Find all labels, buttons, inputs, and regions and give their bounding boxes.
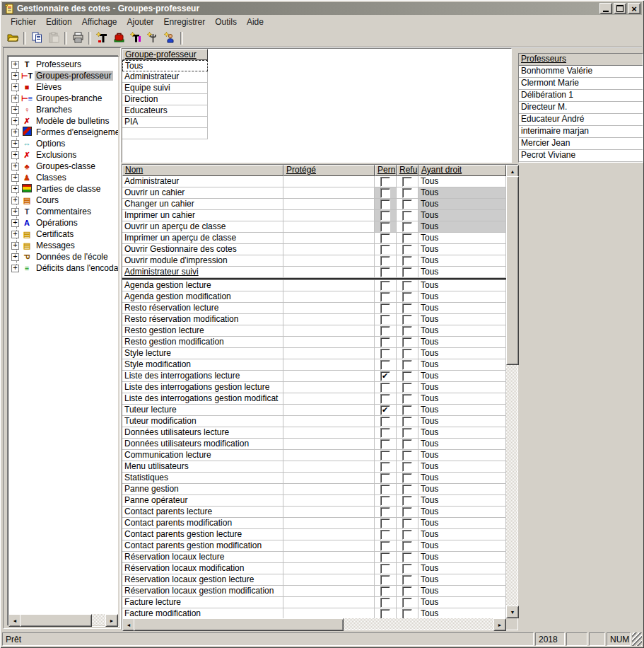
refu-checkbox[interactable] [402,439,412,449]
perm-checkbox[interactable] [380,507,390,517]
table-row[interactable]: Agenda gestion lectureTous [122,280,506,291]
refu-checkbox[interactable] [402,507,412,517]
perm-checkbox[interactable] [380,552,390,562]
column-header-pern[interactable]: Pern [375,165,397,176]
tree-item-messages[interactable]: ▤Messages [8,240,118,251]
tree-item-options[interactable]: ⇔Options [8,138,118,149]
table-row[interactable]: Liste des interrogations lectureTous [122,371,506,382]
resize-grip-icon[interactable] [632,632,642,646]
tree-item-branches[interactable]: ♀Branches [8,104,118,115]
professor-row[interactable]: interimaire marjan [519,126,643,138]
refu-checkbox[interactable] [402,485,412,494]
perm-checkbox[interactable] [380,586,390,596]
group-row-tous[interactable]: Tous [122,60,208,71]
minimize-button[interactable] [599,3,612,14]
scroll-right-icon[interactable] [105,614,118,627]
perm-checkbox[interactable] [380,428,390,438]
table-vscroll-thumb[interactable] [506,176,519,365]
perm-checkbox[interactable] [380,451,390,461]
professor-row[interactable]: Directeur M. [519,102,643,114]
table-row[interactable]: Imprimer un aperçu de classeTous [122,233,506,244]
new-student-button[interactable] [110,30,127,46]
group-row-administrateur[interactable]: Administrateur [122,71,208,83]
table-row[interactable]: Ouvrir Gestionnaire des cotesTous [122,244,506,255]
tree-item-groupes-classe[interactable]: ♣Groupes-classe [8,161,118,172]
table-row[interactable]: Style lectureTous [122,348,506,359]
table-row[interactable]: Ouvrir module d'impressionTous [122,255,506,267]
group-row-pia[interactable]: PIA [122,117,208,128]
perm-checkbox[interactable] [380,541,390,551]
refu-checkbox[interactable] [402,609,412,619]
perm-checkbox[interactable] [380,485,390,494]
refu-checkbox[interactable] [402,417,412,427]
refu-checkbox[interactable] [402,245,412,255]
table-row[interactable]: Resto gestion lectureTous [122,325,506,337]
tree-expand-icon[interactable] [11,72,19,80]
tree-expand-icon[interactable] [11,174,19,182]
maximize-button[interactable] [614,3,626,14]
perm-checkbox[interactable] [380,233,390,243]
professor-row[interactable]: Educateur André [519,114,643,126]
menu-fichier[interactable]: Fichier [6,16,41,28]
refu-checkbox[interactable] [402,267,412,277]
tree-expand-icon[interactable] [11,61,19,69]
table-row[interactable]: Réservation locaux gestion lectureTous [122,574,506,586]
perm-checkbox[interactable] [380,199,390,209]
new-class-button[interactable] [161,30,178,46]
refu-checkbox[interactable] [402,315,412,325]
print-button[interactable] [69,30,86,46]
table-row[interactable]: Facture lectureTous [122,597,506,608]
refu-checkbox[interactable] [402,473,412,483]
tree-item-groupes-professeur[interactable]: ⊢TGroupes-professeur [8,70,118,81]
perm-checkbox[interactable] [380,349,390,359]
tree-item-formes-d-enseigneme[interactable]: Formes d'enseigneme [8,127,118,138]
tree-expand-icon[interactable] [11,231,19,238]
table-row[interactable]: Ouvrir un aperçu de classeTous [122,221,506,233]
perm-checkbox[interactable] [380,383,390,393]
tree-item-cours[interactable]: ▤Cours [8,195,118,206]
refu-checkbox[interactable] [402,177,412,187]
perm-checkbox[interactable] [380,292,390,302]
perm-checkbox[interactable] [380,177,390,187]
refu-checkbox[interactable] [402,337,412,347]
table-row[interactable]: Ouvrir un cahierTous [122,187,506,199]
group-row-educateurs[interactable]: Educateurs [122,105,208,117]
table-row[interactable]: Données utilisateurs modificationTous [122,439,506,450]
refu-checkbox[interactable] [402,188,412,198]
new-branch-button[interactable] [144,30,161,46]
tree-item-deficits-dans-l-encoda[interactable]: ≡Déficits dans l'encoda [8,262,118,274]
menu-edition[interactable]: Edition [41,16,77,28]
close-button[interactable] [628,3,640,14]
table-row[interactable]: Liste des interrogations gestion lecture… [122,382,506,393]
tree-item-eleves[interactable]: ■Elèves [8,81,118,93]
perm-checkbox[interactable] [380,575,390,585]
table-vscrollbar[interactable] [506,165,517,618]
table-row[interactable]: Menu utilisateursTous [122,461,506,473]
perm-checkbox[interactable] [380,496,390,506]
perm-checkbox[interactable] [380,417,390,427]
table-row[interactable]: Données utilisateurs lectureTous [122,427,506,439]
table-row[interactable]: Resto réservation lectureTous [122,303,506,314]
perm-checkbox[interactable] [380,222,390,232]
table-row[interactable]: Tuteur lectureTous [122,405,506,416]
refu-checkbox[interactable] [402,222,412,232]
tree-expand-icon[interactable] [11,106,19,114]
perm-checkbox[interactable] [380,519,390,528]
refu-checkbox[interactable] [402,233,412,243]
refu-checkbox[interactable] [402,451,412,461]
perm-checkbox[interactable] [380,211,390,221]
perm-checkbox[interactable] [380,188,390,198]
table-hscroll-thumb[interactable] [134,618,344,631]
group-row-direction[interactable]: Direction [122,94,208,105]
tree-expand-icon[interactable] [11,208,19,216]
refu-checkbox[interactable] [402,541,412,551]
perm-checkbox[interactable] [380,256,390,266]
refu-checkbox[interactable] [402,575,412,585]
tree-expand-icon[interactable] [11,197,19,204]
table-row[interactable]: Style modificationTous [122,359,506,371]
copy-button[interactable] [28,30,45,46]
tree-expand-icon[interactable] [11,253,19,261]
perm-checkbox[interactable] [380,564,390,574]
refu-checkbox[interactable] [402,405,412,415]
tree-item-classes[interactable]: ♟Classes [8,172,118,183]
